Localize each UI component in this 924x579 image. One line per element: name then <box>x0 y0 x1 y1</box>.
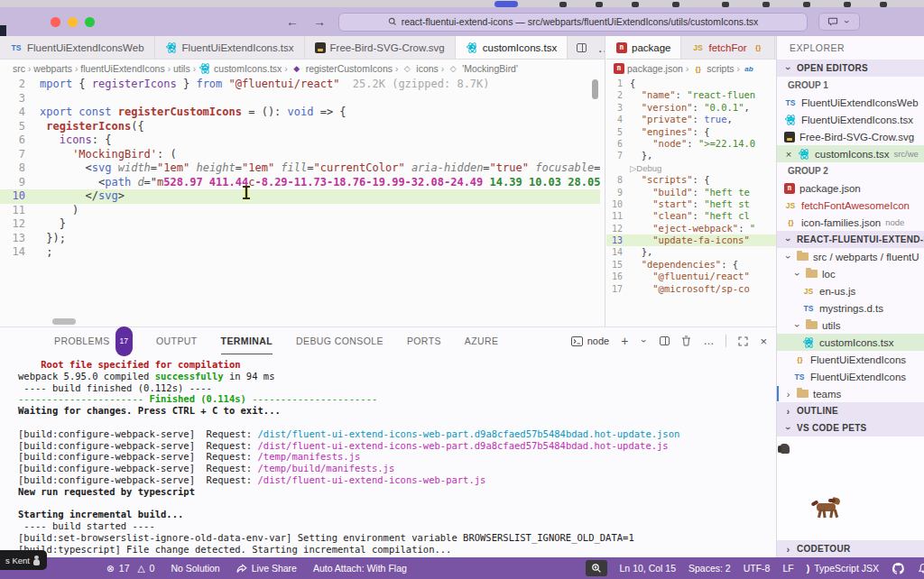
json-file-icon: { } <box>793 354 806 366</box>
editor-tabbar-group2: npackageJSfetchFor{ }… <box>606 36 776 60</box>
kill-terminal-trash-icon[interactable] <box>681 335 691 346</box>
pet-horse[interactable] <box>811 495 844 519</box>
sidebar-item-teams[interactable]: ›teams <box>777 385 924 402</box>
panel-tab-output[interactable]: OUTPUT <box>156 327 198 354</box>
sidebar-item-free-bird-svg-crow-svg[interactable]: Free-Bird-SVG-Crow.svg <box>777 128 924 145</box>
breadcrumb-item[interactable]: ◆registerCustomIcons <box>291 62 393 75</box>
tab-customIcons.tsx[interactable]: customIcons.tsx <box>456 36 568 59</box>
code-editor-customicons[interactable]: 2mport { registerIcons } from "@fluentui… <box>0 78 600 326</box>
sidebar-item-customicons-tsx[interactable]: customIcons.tsx <box>777 334 924 351</box>
crow-file-icon <box>784 132 795 142</box>
item-label: teams <box>813 389 841 400</box>
window-title: react-fluentui-extend-icons — src/webpar… <box>402 16 759 27</box>
back-button[interactable]: ← <box>286 14 299 29</box>
sidebar-section-vs-code-pets[interactable]: ›VS CODE PETS <box>777 419 924 437</box>
tab-FluentUiExtendIconsWeb[interactable]: TSFluentUiExtendIconsWeb <box>0 36 155 59</box>
new-terminal-button[interactable]: + <box>621 334 628 348</box>
breadcrumb-item[interactable]: npackage.json <box>614 63 683 74</box>
folder-file-icon <box>806 270 818 278</box>
panel-tab-azure[interactable]: AZURE <box>465 327 499 354</box>
split-editor-icon[interactable] <box>577 43 587 52</box>
tab-FluentUiExtendIcons.tsx[interactable]: FluentUiExtendIcons.tsx <box>155 36 305 59</box>
sidebar-item-fluentuiextendicons[interactable]: TSFluentUiExtendIcons <box>777 368 924 385</box>
sidebar-section-codetour[interactable]: ›CODETOUR <box>777 540 924 557</box>
json-file-icon: { } <box>784 216 797 229</box>
sidebar-item-src-webparts-fluentu[interactable]: ›src / webparts / fluentU <box>777 248 924 265</box>
horizontal-scrollbar[interactable] <box>52 318 76 325</box>
breadcrumb-item[interactable]: ◇icons <box>401 62 439 75</box>
solution-status[interactable]: No Solution <box>171 563 219 574</box>
breadcrumb-item[interactable]: customIcons.tsx <box>199 62 282 75</box>
sidebar-section-open-editors[interactable]: ›OPEN EDITORS <box>777 60 924 77</box>
sidebar-item-customicons-tsx[interactable]: ×customIcons.tsxsrc/we <box>777 145 924 162</box>
github-status[interactable] <box>892 562 905 575</box>
breadcrumb-item[interactable]: webparts <box>33 63 72 74</box>
live-share-button[interactable]: Live Share <box>236 563 297 574</box>
auto-attach-status[interactable]: Auto Attach: With Flag <box>313 563 407 574</box>
maximize-window-button[interactable] <box>85 17 95 27</box>
sidebar-section-outline[interactable]: ›OUTLINE <box>777 402 924 419</box>
item-label: OUTLINE <box>797 406 838 416</box>
item-label: icon-families.json <box>801 217 881 228</box>
sidebar-section-react-fluentui-extend-ic[interactable]: ›REACT-FLUENTUI-EXTEND-IC <box>777 231 924 248</box>
sidebar-section-group-2[interactable]: GROUP 2 <box>777 162 924 179</box>
tab-actions: … <box>568 36 605 59</box>
breadcrumb[interactable]: npackage.json›{ }scripts›ab <box>606 60 776 78</box>
sidebar-item-fluentuiextendicons[interactable]: { }FluentUiExtendIcons <box>777 351 924 368</box>
maximize-panel-icon[interactable] <box>738 336 748 346</box>
tab-fetchFor[interactable]: JSfetchFor{ } <box>681 36 774 59</box>
panel-more-actions[interactable]: … <box>703 335 714 347</box>
close-window-button[interactable] <box>51 17 60 27</box>
sidebar-item-en-us-js[interactable]: JSen-us.js <box>777 282 924 299</box>
breadcrumb-item[interactable]: ab <box>743 62 755 75</box>
tab-package[interactable]: npackage <box>606 36 681 59</box>
breadcrumb-item[interactable]: src <box>13 63 25 74</box>
code-editor-packagejson[interactable]: 1{2 "name": "react-fluen3 "version": "0.… <box>606 78 776 326</box>
breadcrumb-item[interactable]: utils <box>173 63 190 74</box>
terminal-dropdown-chevron[interactable]: › <box>639 337 650 345</box>
terminal-instance[interactable]: node <box>571 335 609 346</box>
sidebar-item-fluentuiextendiconsweb[interactable]: TSFluentUiExtendIconsWeb <box>777 94 924 111</box>
item-label: FluentUiExtendIcons <box>810 372 906 382</box>
notifications-bell-icon[interactable] <box>918 563 924 574</box>
forward-button[interactable]: → <box>313 14 326 29</box>
eol-status[interactable]: LF <box>782 563 793 574</box>
status-bar: ⊗17 △0 No Solution Live Share Auto Attac… <box>0 557 924 579</box>
close-editor-icon[interactable]: × <box>784 149 793 160</box>
cursor-position-status[interactable]: Ln 10, Col 15 <box>620 563 676 574</box>
breadcrumb-item[interactable]: { }scripts <box>691 62 734 75</box>
sidebar-item-utils[interactable]: ›utils <box>777 317 924 334</box>
terminal-line: ---------------------- Finished (0.114s)… <box>18 393 776 405</box>
close-panel-icon[interactable]: × <box>760 335 767 348</box>
sidebar-item-icon-families-json[interactable]: { }icon-families.jsonnode <box>777 214 924 231</box>
breadcrumb-item[interactable]: fluentUiExtendIcons <box>80 63 164 74</box>
chevron-right-icon: › <box>784 544 792 555</box>
split-terminal-icon[interactable] <box>660 336 670 345</box>
sidebar-item-mystrings-d-ts[interactable]: TSmystrings.d.ts <box>777 299 924 317</box>
encoding-status[interactable]: UTF-8 <box>744 563 771 574</box>
sidebar-item-loc[interactable]: ›loc <box>777 265 924 282</box>
npm-file-icon: n <box>784 183 795 194</box>
sidebar-section-group-1[interactable]: GROUP 1 <box>777 77 924 94</box>
tab-Free-Bird-SVG-Crow.svg[interactable]: Free-Bird-SVG-Crow.svg <box>305 36 456 59</box>
vertical-scrollbar[interactable] <box>592 79 598 99</box>
command-center-search[interactable]: react-fluentui-extend-icons — src/webpar… <box>338 13 808 32</box>
indentation-status[interactable]: Spaces: 2 <box>688 563 731 574</box>
minimize-window-button[interactable] <box>68 17 78 27</box>
sidebar-item-fluentuiextendicons-tsx[interactable]: FluentUiExtendIcons.tsx <box>777 111 924 128</box>
panel-tab-problems[interactable]: PROBLEMS17 <box>54 327 133 354</box>
panel-tab-ports[interactable]: PORTS <box>407 327 441 354</box>
terminal-output[interactable]: Root file specified for compilationwebpa… <box>0 354 776 556</box>
breadcrumb[interactable]: src›webparts›fluentUiExtendIcons›utils›c… <box>0 60 605 78</box>
vscode-pets-area[interactable] <box>777 437 924 540</box>
pet-squirrel[interactable] <box>781 444 790 454</box>
panel-tab-debug-console[interactable]: DEBUG CONSOLE <box>296 327 383 354</box>
item-label: fetchFontAwesomeIcon <box>801 200 910 211</box>
sidebar-item-package-json[interactable]: npackage.json <box>777 179 924 197</box>
problems-status[interactable]: ⊗17 △0 <box>106 563 154 574</box>
copilot-chat-button[interactable]: › <box>818 13 860 31</box>
breadcrumb-item[interactable]: ◇'MockingBird' <box>447 62 518 75</box>
sidebar-item-fetchfontawesomeicon[interactable]: JSfetchFontAwesomeIcon <box>777 197 924 214</box>
language-mode-status[interactable]: ) TypeScript JSX <box>807 563 879 574</box>
panel-tab-terminal[interactable]: TERMINAL <box>221 327 273 354</box>
